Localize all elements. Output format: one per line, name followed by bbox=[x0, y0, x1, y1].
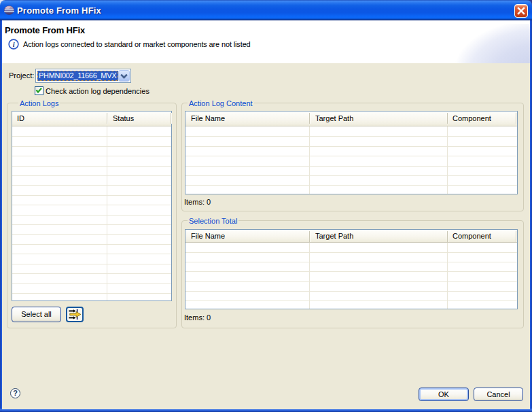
svg-text:i: i bbox=[13, 41, 15, 48]
